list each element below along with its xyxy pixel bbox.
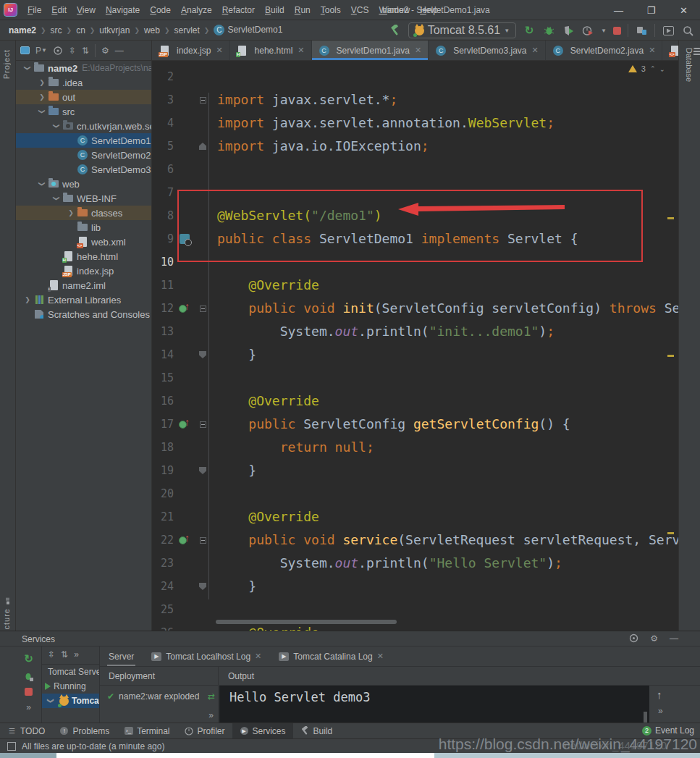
chevron-right-icon[interactable]: ❯ — [36, 93, 48, 101]
profiler-chevron-icon[interactable]: ▼ — [601, 28, 607, 34]
editor-tab-index-jsp[interactable]: JSPindex.jsp✕ — [152, 41, 230, 60]
chevron-down-icon[interactable]: ❯ — [53, 193, 60, 204]
code-line-17[interactable]: 17↑ public ServletConfig getServletConfi… — [152, 413, 678, 436]
tree-item-web-xml[interactable]: <>web.xml — [16, 235, 151, 249]
close-tab-icon[interactable]: ✕ — [377, 652, 384, 661]
project-view-icon[interactable] — [20, 45, 30, 56]
close-tab-icon[interactable]: ✕ — [415, 46, 421, 55]
stripe-warning-mark[interactable] — [667, 217, 674, 219]
fold-collapse-icon[interactable] — [195, 537, 210, 544]
breadcrumb-servletdemo1[interactable]: CServletDemo1 — [212, 25, 284, 35]
horizontal-scrollbar[interactable] — [216, 620, 397, 624]
chevron-right-icon[interactable]: ❯ — [65, 209, 77, 216]
debug-icon[interactable] — [24, 672, 33, 681]
hide-panel-icon[interactable]: — — [670, 633, 678, 644]
coverage-button[interactable] — [562, 24, 575, 37]
prev-warning-icon[interactable]: ⌃ — [650, 65, 656, 72]
project-view-selector[interactable]: P ▼ — [35, 45, 47, 56]
tree-item-external-libraries[interactable]: ❯External Libraries — [16, 292, 151, 307]
toolwindow-problems[interactable]: !Problems — [52, 723, 117, 739]
code-line-6[interactable]: 6 — [152, 158, 678, 181]
tree-item-servletdemo1[interactable]: CServletDemo1 — [16, 133, 151, 148]
editor-tab-hehe-html[interactable]: Hhehe.html✕ — [230, 41, 312, 60]
collapse-all-icon[interactable]: ⇅ — [61, 649, 68, 660]
more-icon[interactable]: » — [26, 702, 31, 712]
chevron-right-icon[interactable]: ❯ — [22, 296, 33, 303]
tool-stripe-database[interactable]: Database — [685, 48, 700, 82]
code-line-20[interactable]: 20 — [152, 482, 678, 505]
more-icon[interactable]: » — [208, 710, 214, 720]
services-tree-running[interactable]: Running — [42, 679, 99, 694]
code-editor[interactable]: 23import javax.servlet.*;4import javax.s… — [152, 61, 678, 631]
breadcrumb-web[interactable]: web — [143, 25, 161, 35]
chevron-down-icon[interactable]: ❯ — [38, 106, 46, 117]
collapse-all-icon[interactable]: ⇅ — [82, 45, 89, 56]
more-icon[interactable]: » — [658, 706, 663, 716]
code-line-22[interactable]: 22↑ public void service(ServletRequest s… — [152, 529, 678, 552]
breadcrumb-servlet[interactable]: servlet — [173, 25, 201, 35]
fold-collapse-icon[interactable] — [195, 97, 210, 104]
chevron-down-icon[interactable]: ❯ — [53, 120, 60, 132]
menu-run[interactable]: Run — [290, 0, 316, 20]
tree-item-classes[interactable]: ❯classes — [16, 206, 151, 220]
close-tab-icon[interactable]: ✕ — [216, 46, 222, 55]
tree-item-src[interactable]: ❯src — [16, 104, 151, 119]
tree-item-out[interactable]: ❯out — [16, 90, 151, 104]
status-icon[interactable] — [7, 742, 16, 751]
fold-end-icon[interactable] — [195, 467, 210, 474]
services-tree-tomcat-8-5[interactable]: ❯Tomcat 8.5 — [42, 694, 99, 708]
fold-end-icon[interactable] — [195, 143, 210, 150]
code-line-25[interactable]: 25 — [152, 598, 678, 621]
tree-item-web[interactable]: ❯web — [16, 177, 151, 191]
menu-tools[interactable]: Tools — [316, 0, 346, 20]
tree-item-name2[interactable]: ❯name2E:\IdeaProjects\name2 — [16, 61, 151, 75]
breadcrumb-src[interactable]: src — [49, 25, 64, 35]
more-icon[interactable]: » — [74, 649, 79, 660]
hide-panel-icon[interactable]: — — [115, 45, 124, 56]
profiler-button[interactable] — [581, 24, 594, 37]
toolwindow-terminal[interactable]: ›_Terminal — [117, 723, 177, 739]
services-tab-tomcat-localhost-log[interactable]: ▶Tomcat Localhost Log✕ — [143, 647, 270, 666]
next-warning-icon[interactable]: ⌃ — [659, 65, 665, 72]
stripe-warning-mark[interactable] — [667, 532, 674, 534]
tree-item-idea[interactable]: ❯.idea — [16, 75, 151, 90]
tree-item-servletdemo3[interactable]: CServletDemo3 — [16, 162, 151, 177]
breadcrumb-utkvrjan[interactable]: utkvrjan — [98, 25, 131, 35]
code-line-5[interactable]: 5import java.io.IOException; — [152, 135, 678, 158]
menu-code[interactable]: Code — [145, 0, 176, 20]
override-gutter-icon[interactable]: ↑ — [174, 418, 195, 430]
tree-item-name2-iml[interactable]: ▪name2.iml — [16, 278, 151, 292]
code-line-14[interactable]: 14 } — [152, 343, 678, 366]
editor-tab-servletdemo1-java[interactable]: CServletDemo1.java✕ — [312, 41, 429, 60]
build-hammer-icon[interactable] — [389, 24, 402, 37]
close-tab-icon[interactable]: ✕ — [532, 46, 539, 55]
settings-gear-icon[interactable]: ⚙ — [650, 633, 658, 644]
chevron-down-icon[interactable]: ❯ — [24, 62, 31, 74]
rerun-icon[interactable]: ↻ — [24, 652, 33, 665]
code-line-11[interactable]: 11 @Override — [152, 274, 678, 297]
output-console[interactable]: Hello Servlet demo3 — [219, 686, 649, 723]
deploy-sync-icon[interactable]: ⇄ — [208, 691, 215, 702]
maximize-button[interactable]: ❐ — [635, 0, 667, 20]
toolwindow-profiler[interactable]: Profiler — [177, 723, 232, 739]
tree-item-servletdemo2[interactable]: CServletDemo2 — [16, 148, 151, 162]
code-line-24[interactable]: 24 } — [152, 575, 678, 598]
tree-item-lib[interactable]: lib — [16, 220, 151, 235]
menu-view[interactable]: View — [72, 0, 101, 20]
menu-refactor[interactable]: Refactor — [217, 0, 260, 20]
deployment-item[interactable]: ✔ name2:war exploded ⇄ — [100, 686, 218, 702]
fold-collapse-icon[interactable] — [195, 306, 210, 312]
toolwindow-build[interactable]: Build — [293, 723, 340, 739]
stop-icon[interactable] — [25, 688, 33, 696]
fold-collapse-icon[interactable] — [195, 421, 210, 428]
stop-button[interactable] — [613, 27, 621, 35]
fold-end-icon[interactable] — [195, 583, 210, 590]
menu-vcs[interactable]: VCS — [346, 0, 374, 20]
services-tab-server[interactable]: Server — [100, 647, 143, 666]
menu-build[interactable]: Build — [260, 0, 290, 20]
override-gutter-icon[interactable]: ↑ — [174, 303, 195, 314]
menu-file[interactable]: File — [22, 0, 46, 20]
chevron-right-icon[interactable]: ❯ — [36, 79, 48, 86]
menu-navigate[interactable]: Navigate — [101, 0, 145, 20]
code-line-23[interactable]: 23 System.out.println("Hello Servlet"); — [152, 552, 678, 575]
